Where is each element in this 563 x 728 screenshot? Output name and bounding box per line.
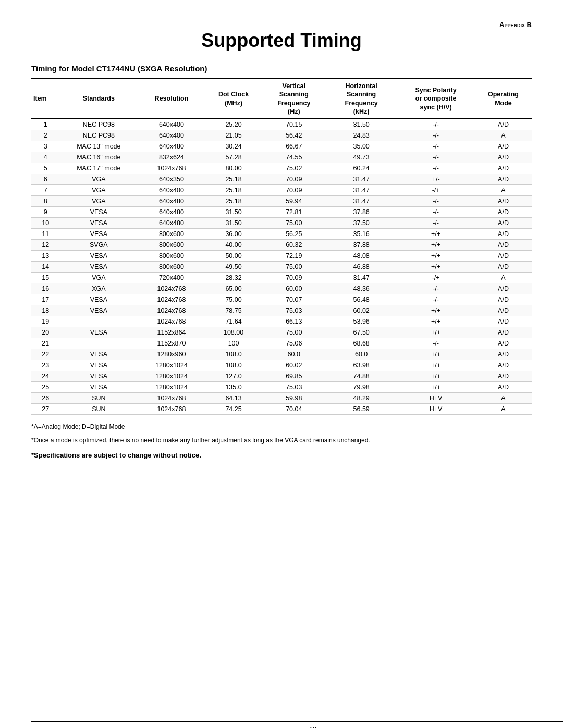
- table-row: 12SVGA800x60040.0060.3237.88+/+A/D: [31, 240, 532, 251]
- table-row: 1NEC PC98640x40025.2070.1531.50-/-A/D: [31, 119, 532, 130]
- table-row: 14VESA800x60049.5075.0046.88+/+A/D: [31, 262, 532, 273]
- footnote-optimized: *Once a mode is optimized, there is no n…: [31, 436, 532, 445]
- table-row: 13VESA800x60050.0072.1948.08+/+A/D: [31, 251, 532, 262]
- header-resolution: Resolution: [138, 79, 205, 119]
- table-row: 7VGA640x40025.1870.0931.47-/+A: [31, 185, 532, 196]
- table-row: 16XGA1024x76865.0060.0048.36-/-A/D: [31, 283, 532, 294]
- page-title: Supported Timing: [31, 30, 532, 52]
- table-row: 15VGA720x40028.3270.0931.47-/+A: [31, 273, 532, 283]
- section-title: Timing for Model CT1744NU (SXGA Resoluti…: [31, 64, 532, 73]
- page-number: 12: [31, 721, 563, 728]
- header-syncpolarity: Sync Polarityor compositesync (H/V): [397, 79, 475, 119]
- header-horizontal: HorizontalScanningFrequency(kHz): [326, 79, 397, 119]
- table-row: 4MAC 16" mode832x62457.2874.5549.73-/-A/…: [31, 152, 532, 163]
- table-row: 17VESA1024x76875.0070.0756.48-/-A/D: [31, 294, 532, 305]
- header-item: Item: [31, 79, 59, 119]
- footnote-specs: *Specifications are subject to change wi…: [31, 450, 532, 461]
- footnotes: *A=Analog Mode; D=Digital Mode *Once a m…: [31, 422, 532, 461]
- table-row: 191024x76871.6466.1353.96+/+A/D: [31, 316, 532, 327]
- table-row: 24VESA1280x1024127.069.8574.88+/+A/D: [31, 371, 532, 382]
- table-row: 23VESA1280x1024108.060.0263.98+/+A/D: [31, 360, 532, 371]
- table-row: 26SUN1024x76864.1359.9848.29H+VA: [31, 393, 532, 404]
- header-operating: OperatingMode: [475, 79, 532, 119]
- table-row: 8VGA640x48025.1859.9431.47-/-A/D: [31, 196, 532, 207]
- table-row: 10VESA640x48031.5075.0037.50-/-A/D: [31, 218, 532, 229]
- appendix-text: Appendix: [499, 21, 525, 29]
- table-row: 25VESA1280x1024135.075.0379.98+/+A/D: [31, 382, 532, 393]
- table-row: 5MAC 17" mode1024x76880.0075.0260.24-/-A…: [31, 163, 532, 174]
- appendix-letter: B: [527, 21, 532, 29]
- table-row: 6VGA640x35025.1870.0931.47+/-A/D: [31, 174, 532, 185]
- table-row: 20VESA1152x864108.0075.0067.50+/+A/D: [31, 327, 532, 338]
- table-row: 11VESA800x60036.0056.2535.16+/+A/D: [31, 229, 532, 240]
- footnote-analog: *A=Analog Mode; D=Digital Mode: [31, 422, 532, 431]
- table-row: 3MAC 13" mode640x48030.2466.6735.00-/-A/…: [31, 141, 532, 152]
- table-row: 27SUN1024x76874.2570.0456.59H+VA: [31, 404, 532, 415]
- header-vertical: VerticalScanningFrequency(Hz): [262, 79, 326, 119]
- table-row: 211152x87010075.0668.68-/-A/D: [31, 338, 532, 349]
- table-header-row: Item Standards Resolution Dot Clock(MHz)…: [31, 79, 532, 119]
- table-row: 9VESA640x48031.5072.8137.86-/-A/D: [31, 207, 532, 218]
- timing-table: Item Standards Resolution Dot Clock(MHz)…: [31, 78, 532, 415]
- appendix-label: Appendix B: [31, 21, 532, 29]
- table-row: 22VESA1280x960108.060.060.0+/+A/D: [31, 349, 532, 360]
- header-dotclock: Dot Clock(MHz): [205, 79, 262, 119]
- header-standards: Standards: [59, 79, 138, 119]
- table-row: 2NEC PC98640x40021.0556.4224.83-/-A: [31, 130, 532, 141]
- table-row: 18VESA1024x76878.7575.0360.02+/+A/D: [31, 305, 532, 316]
